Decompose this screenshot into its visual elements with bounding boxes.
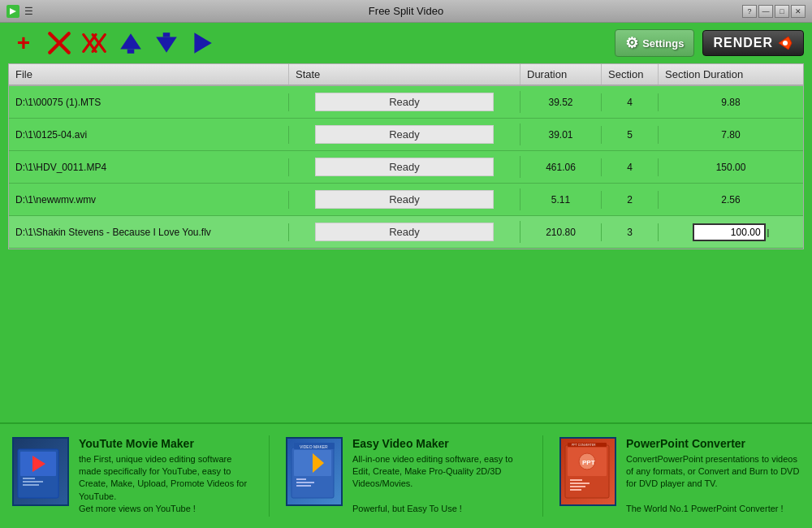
promo-desc-1: the First, unique video editing software… bbox=[79, 453, 253, 516]
toolbar: + bbox=[0, 23, 812, 63]
settings-button[interactable]: ⚙ Settings bbox=[615, 29, 694, 57]
promo-image-3: PPT PPT CONVERTER bbox=[559, 437, 616, 506]
promo-text-1: YouTute Movie Maker the First, unique vi… bbox=[79, 437, 253, 516]
table-row[interactable]: D:\1\0125-04.avi Ready 39.01 5 7.80 bbox=[9, 119, 803, 151]
state-box: Ready bbox=[315, 190, 494, 209]
move-up-button[interactable] bbox=[115, 28, 146, 58]
col-section: Section bbox=[602, 64, 659, 84]
play-icon bbox=[189, 30, 215, 56]
section-duration-cell: 9.88 bbox=[659, 93, 803, 111]
promo-desc-2: All-in-one video editing software, easy … bbox=[352, 453, 526, 516]
section-duration-cell: 7.80 bbox=[659, 126, 803, 144]
toolbar-right: ⚙ Settings RENDER bbox=[615, 29, 804, 57]
file-path: D:\1\Shakin Stevens - Because I Love You… bbox=[9, 223, 289, 241]
svg-rect-11 bbox=[163, 32, 171, 37]
col-state: State bbox=[289, 64, 520, 84]
svg-marker-12 bbox=[194, 32, 211, 54]
remove-all-button[interactable] bbox=[80, 28, 110, 58]
table-row[interactable]: D:\1\Shakin Stevens - Because I Love You… bbox=[9, 216, 803, 249]
col-duration: Duration bbox=[520, 64, 602, 84]
easy-maker-image: VIDEO MAKER bbox=[290, 441, 339, 502]
svg-marker-8 bbox=[120, 33, 141, 49]
file-path: D:\1\00075 (1).MTS bbox=[9, 93, 289, 111]
svg-rect-23 bbox=[296, 478, 306, 480]
svg-point-14 bbox=[783, 41, 788, 45]
state-cell: Ready bbox=[289, 91, 520, 113]
section-duration-input[interactable] bbox=[693, 223, 766, 241]
svg-marker-10 bbox=[156, 37, 177, 53]
minimize-button[interactable]: — bbox=[758, 5, 773, 18]
window-title: Free Split Video bbox=[369, 5, 443, 17]
table-row[interactable]: D:\1\HDV_0011.MP4 Ready 461.06 4 150.00 bbox=[9, 151, 803, 184]
youtube-maker-image bbox=[16, 441, 65, 502]
section-cell: 3 bbox=[602, 223, 659, 241]
duration-cell: 5.11 bbox=[520, 191, 602, 209]
ppt-converter-image: PPT PPT CONVERTER bbox=[564, 441, 612, 502]
close-button[interactable]: ✕ bbox=[791, 5, 806, 18]
promo-title-2: Easy Video Maker bbox=[352, 437, 526, 450]
title-bar-left: ☰ bbox=[6, 5, 33, 18]
col-section-duration: Section Duration bbox=[659, 64, 803, 84]
state-cell: Ready bbox=[289, 123, 520, 145]
remove-all-icon bbox=[82, 30, 108, 56]
table-row[interactable]: D:\1\newwmv.wmv Ready 5.11 2 2.56 bbox=[9, 184, 803, 216]
file-path: D:\1\0125-04.avi bbox=[9, 126, 289, 144]
promo-divider-1 bbox=[269, 435, 270, 517]
section-cell: 4 bbox=[602, 158, 659, 176]
section-duration-cell: 2.56 bbox=[659, 191, 803, 209]
promo-text-3: PowerPoint Converter ConvertPowerPoint p… bbox=[626, 437, 800, 516]
svg-rect-24 bbox=[296, 482, 314, 483]
svg-rect-9 bbox=[127, 49, 135, 53]
section-duration-cell: 150.00 bbox=[659, 158, 803, 176]
promo-title-1: YouTute Movie Maker bbox=[79, 437, 253, 450]
move-down-icon bbox=[153, 30, 179, 56]
promo-text-2: Easy Video Maker All-in-one video editin… bbox=[352, 437, 526, 516]
state-cell: Ready bbox=[289, 156, 520, 178]
promo-item-youtube: YouTute Movie Maker the First, unique vi… bbox=[12, 437, 253, 516]
render-button[interactable]: RENDER bbox=[702, 30, 804, 56]
svg-rect-19 bbox=[23, 484, 39, 486]
add-button[interactable]: + bbox=[8, 28, 39, 58]
remove-button[interactable] bbox=[44, 28, 75, 58]
remove-icon bbox=[46, 30, 72, 56]
gear-icon: ⚙ bbox=[625, 34, 638, 52]
state-cell: Ready bbox=[289, 221, 520, 243]
menu-icon[interactable]: ☰ bbox=[24, 6, 33, 17]
svg-rect-35 bbox=[570, 486, 585, 487]
svg-text:PPT: PPT bbox=[582, 459, 595, 466]
move-up-icon bbox=[118, 30, 144, 56]
duration-cell: 461.06 bbox=[520, 158, 602, 176]
svg-rect-25 bbox=[296, 485, 311, 487]
table-row[interactable]: D:\1\00075 (1).MTS Ready 39.52 4 9.88 bbox=[9, 86, 803, 119]
duration-cell: 39.52 bbox=[520, 93, 602, 111]
toolbar-left: + bbox=[8, 28, 218, 58]
svg-rect-17 bbox=[23, 478, 35, 479]
promo-area: YouTute Movie Maker the First, unique vi… bbox=[0, 422, 812, 528]
section-cell: 5 bbox=[602, 126, 659, 144]
state-cell: Ready bbox=[289, 188, 520, 210]
promo-item-ppt: PPT PPT CONVERTER PowerPoint Converter C… bbox=[559, 437, 800, 516]
promo-divider-2 bbox=[542, 435, 543, 517]
section-duration-edit-cell[interactable]: | bbox=[659, 220, 803, 245]
window-controls: ? — □ ✕ bbox=[742, 5, 806, 18]
maximize-button[interactable]: □ bbox=[775, 5, 789, 18]
render-label: RENDER bbox=[713, 36, 773, 50]
file-path: D:\1\HDV_0011.MP4 bbox=[9, 158, 289, 176]
section-cell: 4 bbox=[602, 93, 659, 111]
promo-title-3: PowerPoint Converter bbox=[626, 437, 800, 450]
promo-image-1 bbox=[12, 437, 69, 506]
state-box: Ready bbox=[315, 125, 494, 144]
help-button[interactable]: ? bbox=[742, 5, 757, 18]
play-button[interactable] bbox=[187, 28, 218, 58]
file-table: File State Duration Section Section Dura… bbox=[8, 63, 804, 249]
move-down-button[interactable] bbox=[151, 28, 182, 58]
title-bar: ☰ Free Split Video ? — □ ✕ bbox=[0, 0, 812, 23]
svg-rect-18 bbox=[23, 481, 43, 483]
col-file: File bbox=[9, 64, 289, 84]
add-icon: + bbox=[17, 32, 30, 54]
duration-cell: 39.01 bbox=[520, 126, 602, 144]
svg-rect-33 bbox=[570, 479, 582, 481]
svg-rect-34 bbox=[570, 483, 590, 484]
app-icon bbox=[6, 5, 19, 18]
promo-desc-3: ConvertPowerPoint presentations to video… bbox=[626, 453, 800, 516]
